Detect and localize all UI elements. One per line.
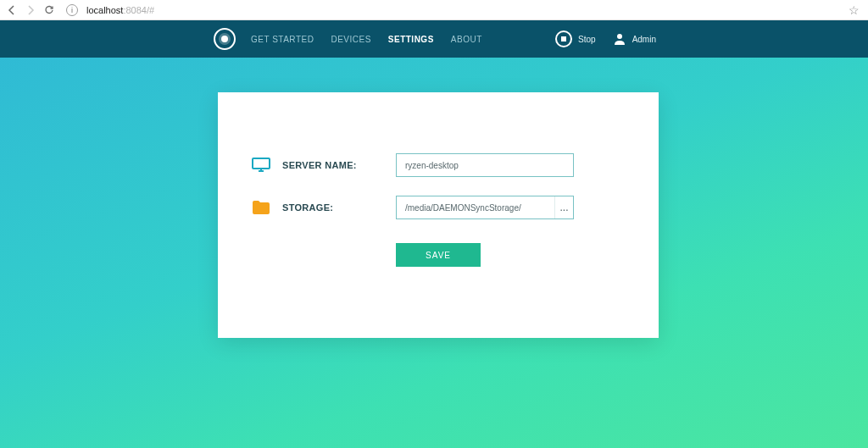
- url-rest: :8084/#: [123, 5, 154, 15]
- server-name-input[interactable]: [396, 153, 574, 177]
- back-button[interactable]: [5, 3, 19, 17]
- nav-get-started[interactable]: GET STARTED: [251, 35, 314, 44]
- server-name-row: SERVER NAME:: [252, 153, 625, 177]
- admin-menu[interactable]: Admin: [613, 32, 656, 46]
- browser-chrome: i localhost:8084/# ☆: [0, 0, 868, 20]
- settings-card: SERVER NAME: STORAGE: ... SAVE: [218, 92, 659, 338]
- folder-icon: [252, 201, 270, 214]
- svg-point-0: [617, 34, 622, 39]
- page-body: GET STARTED DEVICES SETTINGS ABOUT Stop …: [0, 20, 868, 448]
- storage-label: STORAGE:: [282, 202, 384, 213]
- browse-button[interactable]: ...: [554, 196, 573, 218]
- stop-label: Stop: [578, 35, 596, 44]
- forward-button[interactable]: [24, 3, 37, 17]
- monitor-icon: [252, 158, 270, 173]
- storage-input[interactable]: [396, 196, 574, 219]
- storage-row: STORAGE: ...: [252, 196, 625, 219]
- svg-rect-1: [253, 158, 270, 169]
- main-nav: GET STARTED DEVICES SETTINGS ABOUT: [251, 35, 482, 44]
- user-icon: [613, 32, 626, 46]
- site-info-icon[interactable]: i: [66, 4, 78, 16]
- url-host: localhost: [86, 5, 123, 15]
- stop-button[interactable]: Stop: [555, 30, 596, 47]
- nav-devices[interactable]: DEVICES: [331, 35, 370, 44]
- save-button[interactable]: SAVE: [396, 243, 481, 267]
- server-name-label: SERVER NAME:: [282, 160, 384, 170]
- stop-icon: [555, 30, 572, 47]
- app-header: GET STARTED DEVICES SETTINGS ABOUT Stop …: [0, 20, 868, 58]
- app-logo-icon[interactable]: [214, 28, 236, 50]
- nav-about[interactable]: ABOUT: [451, 35, 482, 44]
- admin-label: Admin: [632, 35, 656, 44]
- nav-settings[interactable]: SETTINGS: [388, 35, 434, 44]
- reload-button[interactable]: [42, 3, 56, 17]
- bookmark-star-icon[interactable]: ☆: [849, 3, 863, 17]
- address-bar[interactable]: localhost:8084/#: [86, 5, 154, 15]
